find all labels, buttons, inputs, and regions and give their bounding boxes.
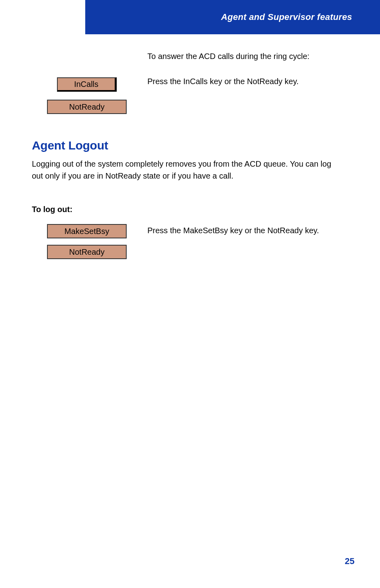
answer-step-text: Press the InCalls key or the NotReady ke… — [147, 76, 343, 87]
logout-step-text: Press the MakeSetBsy key or the NotReady… — [147, 225, 343, 236]
notready-key-2-label: NotReady — [69, 248, 105, 257]
makesetbsy-key-label: MakeSetBsy — [65, 227, 109, 236]
notready-key-2[interactable]: NotReady — [47, 245, 127, 259]
page-header: Agent and Supervisor features — [85, 0, 380, 34]
incalls-key-label: InCalls — [74, 80, 98, 89]
agent-logout-heading: Agent Logout — [32, 139, 108, 152]
page-number: 25 — [307, 556, 355, 566]
agent-logout-intro: Logging out of the system completely rem… — [32, 158, 343, 182]
agent-logout-sub: To log out: — [32, 205, 343, 214]
notready-key-1[interactable]: NotReady — [47, 100, 127, 114]
page-header-title: Agent and Supervisor features — [221, 12, 352, 22]
notready-key-1-label: NotReady — [69, 102, 105, 112]
incalls-key[interactable]: InCalls — [57, 77, 117, 92]
page-content: To answer the ACD calls during the ring … — [0, 34, 380, 588]
answer-intro: To answer the ACD calls during the ring … — [147, 50, 343, 62]
makesetbsy-key[interactable]: MakeSetBsy — [47, 224, 127, 238]
